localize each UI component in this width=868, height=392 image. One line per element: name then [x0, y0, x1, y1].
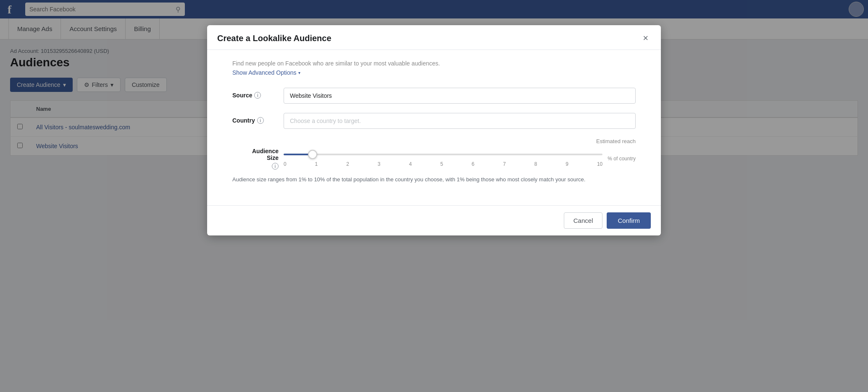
audience-size-info-icon[interactable]: i	[272, 163, 279, 164]
tick-6: 6	[472, 161, 475, 164]
source-info-icon[interactable]: i	[254, 92, 261, 99]
tick-10: 10	[597, 161, 602, 164]
slider-row: Audience Size i 0	[232, 148, 636, 164]
modal-title: Create a Lookalike Audience	[217, 34, 331, 43]
country-input[interactable]	[284, 113, 636, 129]
slider-container: 0 1 2 3 4 5 6 7 8 9 10	[284, 150, 602, 164]
source-field-row: Source i	[232, 88, 636, 104]
tick-4: 4	[409, 161, 412, 164]
tick-5: 5	[440, 161, 443, 164]
tick-8: 8	[534, 161, 537, 164]
country-field-row: Country i	[232, 113, 636, 129]
modal-close-button[interactable]: ×	[640, 33, 651, 44]
show-advanced-options-button[interactable]: Show Advanced Options ▾	[232, 69, 300, 76]
slider-ticks: 0 1 2 3 4 5 6 7 8 9 10	[284, 161, 602, 164]
slider-track-wrap	[284, 150, 602, 159]
tick-0: 0	[284, 161, 287, 164]
modal-header: Create a Lookalike Audience ×	[207, 25, 661, 50]
chevron-down-icon: ▾	[298, 71, 300, 75]
tick-9: 9	[566, 161, 568, 164]
percent-of-country-label: % of country	[608, 156, 636, 162]
country-info-icon[interactable]: i	[257, 117, 264, 124]
modal-body: Find new people on Facebook who are simi…	[207, 50, 661, 164]
source-label: Source i	[232, 88, 279, 99]
source-input[interactable]	[284, 88, 636, 104]
modal-description: Find new people on Facebook who are simi…	[232, 60, 636, 67]
tick-1: 1	[315, 161, 318, 164]
estimated-reach-label: Estimated reach	[596, 138, 636, 144]
audience-size-label: Audience Size i	[232, 148, 279, 164]
modal-overlay[interactable]: Create a Lookalike Audience × Find new p…	[0, 0, 868, 164]
country-label: Country i	[232, 113, 279, 124]
modal-create-lookalike: Create a Lookalike Audience × Find new p…	[207, 25, 661, 164]
audience-size-section: Estimated reach Audience Size i	[232, 138, 636, 164]
tick-7: 7	[503, 161, 506, 164]
tick-2: 2	[346, 161, 349, 164]
slider-header: Estimated reach	[232, 138, 636, 144]
tick-3: 3	[378, 161, 381, 164]
